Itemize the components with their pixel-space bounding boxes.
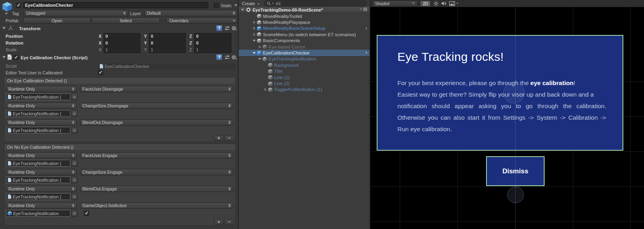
event-target-field[interactable]: EyeTrackingNotification ( xyxy=(6,93,70,100)
hierarchy-item-eye-based-cursor[interactable]: Eye-based Cursor xyxy=(239,44,370,50)
hierarchy-item-line-1[interactable]: Line (1) xyxy=(239,74,370,80)
position-x-field[interactable]: 0 xyxy=(103,33,140,39)
event-target-field[interactable]: EyeTrackingNotification xyxy=(6,210,70,217)
hierarchy-item-toggleprofilerbutton[interactable]: ToggleProfilerButton (1) xyxy=(239,87,370,93)
event-mode-dropdown[interactable]: Runtime Only xyxy=(6,186,77,192)
presets-icon[interactable] xyxy=(224,54,230,60)
event-target-field[interactable]: EyeTrackingNotification ( xyxy=(6,193,70,200)
event-function-dropdown[interactable]: FaceUser.Engage xyxy=(80,152,233,159)
hierarchy-search-input[interactable]: All xyxy=(264,0,367,6)
event-mode-dropdown[interactable]: Runtime Only xyxy=(6,202,77,209)
tag-dropdown[interactable]: Untagged xyxy=(24,10,128,16)
collapse-arrow-icon[interactable] xyxy=(253,52,256,54)
gear-icon[interactable] xyxy=(232,54,237,60)
hierarchy-item-basiccomponents[interactable]: BasicComponents xyxy=(239,38,370,44)
2d-toggle-button[interactable]: 2D xyxy=(420,0,431,7)
hierarchy-item-eyecalibrationchecker[interactable]: EyeCalibrationChecker › xyxy=(239,50,370,56)
script-file-icon xyxy=(99,64,103,69)
shading-mode-dropdown[interactable]: Shaded xyxy=(372,0,418,7)
event-function-dropdown[interactable]: ChangeSize.Disengage xyxy=(80,103,233,109)
gear-icon[interactable] xyxy=(232,25,237,31)
object-picker-button[interactable]: ◎ xyxy=(71,193,78,200)
scale-y-field[interactable]: 1 xyxy=(149,47,186,53)
collapse-arrow-icon[interactable] xyxy=(253,40,256,42)
object-picker-button[interactable]: ◎ xyxy=(71,110,78,117)
event-add-button[interactable]: + xyxy=(214,219,224,225)
layer-dropdown[interactable]: Default xyxy=(144,10,237,16)
hierarchy-item-eyetrackingnotification[interactable]: EyeTrackingNotification xyxy=(239,56,370,62)
cube-icon xyxy=(268,82,272,86)
script-object-field[interactable]: EyeCalibrationChecker xyxy=(98,63,236,70)
static-checkbox[interactable] xyxy=(214,3,219,8)
event-function-dropdown[interactable]: BlendOut.Engage xyxy=(80,186,233,192)
event-target-field[interactable]: EyeTrackingNotification ( xyxy=(6,177,70,183)
expand-arrow-icon[interactable] xyxy=(259,45,261,49)
event-target-field[interactable]: EyeTrackingNotification ( xyxy=(6,160,70,167)
collapse-arrow-icon[interactable] xyxy=(258,58,261,60)
prefab-cube-icon xyxy=(257,51,261,55)
script-foldout[interactable] xyxy=(2,56,6,58)
hierarchy-item-mixedrealitytoolkit[interactable]: MixedRealityToolkit xyxy=(239,13,370,19)
event-mode-dropdown[interactable]: Runtime Only xyxy=(6,169,77,175)
hierarchy-item-background[interactable]: Background xyxy=(239,62,370,68)
event-mode-dropdown[interactable]: Runtime Only xyxy=(6,103,77,109)
calibrated-checkbox[interactable] xyxy=(98,70,103,75)
event-mode-dropdown[interactable]: Runtime Only xyxy=(6,152,77,159)
gameobject-cube-icon[interactable] xyxy=(2,2,12,12)
event-target-field[interactable]: EyeTrackingNotification ( xyxy=(6,127,70,134)
object-picker-button[interactable]: ◎ xyxy=(71,177,78,183)
object-picker-button[interactable]: ◎ xyxy=(71,93,78,100)
script-enabled-checkbox[interactable] xyxy=(14,55,19,60)
icon-picker-caret[interactable] xyxy=(5,13,8,15)
expand-arrow-icon[interactable] xyxy=(253,21,255,24)
transform-foldout[interactable] xyxy=(2,27,6,29)
expand-arrow-icon[interactable] xyxy=(265,88,267,91)
hierarchy-item-title[interactable]: Title xyxy=(239,68,370,74)
scene-header-row[interactable]: EyeTrackingDemo-00-RootScene* xyxy=(239,7,370,13)
prefab-open-chevron[interactable]: › xyxy=(366,25,367,31)
prefab-overrides-dropdown[interactable]: Overrides xyxy=(166,17,237,23)
expand-arrow-icon[interactable] xyxy=(253,27,255,30)
event-function-dropdown[interactable]: ChangeSize.Engage xyxy=(80,169,233,175)
object-picker-button[interactable]: ◎ xyxy=(71,127,78,134)
hierarchy-item-line-2[interactable]: Line (2) xyxy=(239,80,370,86)
event-function-dropdown[interactable]: FaceUser.Disengage xyxy=(80,86,233,92)
scene-lighting-icon[interactable] xyxy=(433,1,439,6)
expand-arrow-icon[interactable] xyxy=(253,33,255,36)
help-icon[interactable]: ? xyxy=(216,54,222,60)
event-remove-button[interactable]: − xyxy=(224,135,234,141)
rotation-x-field[interactable]: 0 xyxy=(103,40,140,46)
rotation-z-field[interactable]: 0 xyxy=(194,40,232,46)
scene-foldout[interactable] xyxy=(241,9,244,11)
hierarchy-item-mixedrealityplayspace[interactable]: MixedRealityPlayspace xyxy=(239,19,370,25)
static-dropdown-caret[interactable] xyxy=(234,4,237,6)
position-y-field[interactable]: 0 xyxy=(149,33,186,39)
prefab-select-button[interactable]: Select xyxy=(91,17,160,23)
event-function-dropdown[interactable]: GameObject.SetActive xyxy=(80,202,233,209)
gameobject-active-checkbox[interactable] xyxy=(16,3,21,8)
hierarchy-item-mixedrealitybasicscenesetup[interactable]: MixedRealityBasicSceneSetup › xyxy=(239,25,370,31)
event-mode-dropdown[interactable]: Runtime Only xyxy=(6,119,77,126)
scene-audio-icon[interactable] xyxy=(441,1,447,6)
gameobject-name-field[interactable]: EyeCalibrationChecker xyxy=(23,2,208,8)
object-picker-button[interactable]: ◎ xyxy=(71,210,78,217)
position-z-field[interactable]: 0 xyxy=(194,33,232,39)
prefab-open-button[interactable]: Open xyxy=(23,17,91,23)
setactive-bool-checkbox[interactable] xyxy=(84,211,89,216)
presets-icon[interactable] xyxy=(224,25,230,31)
help-icon[interactable]: ? xyxy=(216,25,222,31)
scale-z-field[interactable]: 1 xyxy=(194,47,232,53)
object-picker-button[interactable]: ◎ xyxy=(71,160,78,167)
scene-effects-dropdown[interactable] xyxy=(449,1,459,6)
prefab-open-chevron[interactable]: › xyxy=(366,49,367,55)
scale-x-field[interactable]: 1 xyxy=(103,47,140,53)
event-remove-button[interactable]: − xyxy=(224,219,234,225)
event-mode-dropdown[interactable]: Runtime Only xyxy=(6,86,77,92)
event-target-field[interactable]: EyeTrackingNotification ( xyxy=(6,110,70,117)
event-add-button[interactable]: + xyxy=(214,135,224,141)
scene-options-icon[interactable] xyxy=(359,8,367,11)
rotation-y-field[interactable]: 0 xyxy=(149,40,186,46)
create-button[interactable]: Create xyxy=(242,1,260,6)
hierarchy-item-scenemenu[interactable]: SceneMenu (to switch between ET scenario… xyxy=(239,31,370,37)
event-function-dropdown[interactable]: BlendOut.Disengage xyxy=(80,119,233,126)
